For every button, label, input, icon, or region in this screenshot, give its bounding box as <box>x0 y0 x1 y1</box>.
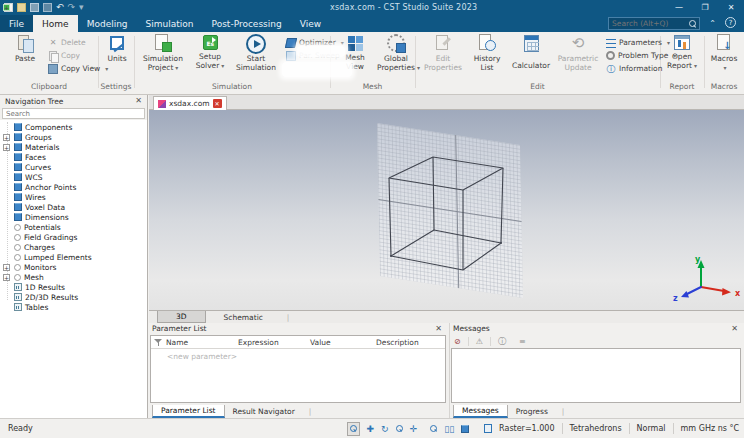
tree-item-wcs[interactable]: WCS <box>0 172 147 182</box>
pan-tool-icon[interactable]: ✚ <box>367 424 375 434</box>
column-name[interactable]: Name <box>166 338 238 347</box>
ribbon-search[interactable] <box>608 17 700 30</box>
close-tab-icon[interactable]: ✕ <box>213 99 222 108</box>
status-divider <box>629 423 630 434</box>
minimize-button[interactable]: — <box>666 0 692 15</box>
document-tab[interactable]: xsdax.com ✕ <box>153 96 227 110</box>
zoom-tool-icon[interactable] <box>430 424 437 434</box>
save-all-icon[interactable] <box>43 3 52 12</box>
tab-home[interactable]: Home <box>33 15 78 32</box>
dynamic-zoom-tool-icon[interactable] <box>396 424 403 434</box>
tree-item-field-gradings[interactable]: Field Gradings <box>0 232 147 242</box>
tree-item-1d-results[interactable]: 1D Results <box>0 282 147 292</box>
cube-icon <box>14 143 22 151</box>
tree-item-potentials[interactable]: Potentials <box>0 222 147 232</box>
new-parameter-row[interactable]: <new parameter> <box>151 349 445 361</box>
tree-item-monitors[interactable]: Monitors <box>0 262 147 272</box>
expand-icon[interactable] <box>3 144 10 151</box>
rotate-view-tool-icon[interactable]: ✛ <box>410 424 418 434</box>
tree-item-lumped-elements[interactable]: Lumped Elements <box>0 252 147 262</box>
raster-icon[interactable] <box>484 424 492 433</box>
search-input[interactable] <box>612 19 689 28</box>
group-divider <box>415 36 416 88</box>
tab-separator: | <box>281 311 290 323</box>
tab-modeling[interactable]: Modeling <box>78 15 137 32</box>
status-mode[interactable]: Normal <box>637 424 666 433</box>
expand-icon[interactable] <box>3 264 10 271</box>
close-icon[interactable]: ✕ <box>135 97 142 105</box>
open-file-icon[interactable] <box>17 3 26 12</box>
redo-icon[interactable]: ↷ <box>68 3 76 12</box>
tree-item-2d3d-results[interactable]: 2D/3D Results <box>0 292 147 302</box>
column-value[interactable]: Value <box>310 338 376 347</box>
tab-parameter-list[interactable]: Parameter List <box>152 405 225 418</box>
circle-icon <box>14 234 21 241</box>
tree-item-tables[interactable]: Tables <box>0 302 147 312</box>
status-bar: Ready ✚ ↻ ✛ ▯▯ Raster=1.000 Tetrahedrons… <box>0 418 744 438</box>
messages-content[interactable] <box>451 348 741 403</box>
maximize-button[interactable]: ❐ <box>692 0 718 15</box>
delete-button[interactable]: ✕ Delete <box>48 37 86 48</box>
tree-search-input[interactable] <box>6 110 141 118</box>
filter-warnings-icon[interactable]: ⚠ <box>476 337 483 346</box>
parameters-button[interactable]: Parameters ▾ <box>606 37 670 48</box>
rotate-tool-icon[interactable]: ↻ <box>381 424 389 434</box>
close-icon[interactable]: ✕ <box>435 325 442 333</box>
filter-info-icon[interactable]: ⓘ <box>498 336 506 347</box>
tree-item-mesh[interactable]: Mesh <box>0 272 147 282</box>
chevron-down-icon: ▾ <box>175 64 178 71</box>
close-icon[interactable]: ✕ <box>731 325 738 333</box>
tree-item-voxel-data[interactable]: Voxel Data <box>0 202 147 212</box>
tab-progress[interactable]: Progress <box>508 405 556 418</box>
tree-item-wires[interactable]: Wires <box>0 192 147 202</box>
column-expression[interactable]: Expression <box>238 338 310 347</box>
tab-messages[interactable]: Messages <box>453 405 508 418</box>
tree-item-dimensions[interactable]: Dimensions <box>0 212 147 222</box>
tree-item-curves[interactable]: Curves <box>0 162 147 172</box>
tab-view[interactable]: View <box>291 15 330 32</box>
export-icon[interactable] <box>3 4 10 11</box>
par-sweep-icon <box>286 51 296 61</box>
expand-icon[interactable] <box>3 134 10 141</box>
3d-viewport[interactable]: y x z <box>149 110 744 310</box>
tab-3d[interactable]: 3D <box>157 311 206 323</box>
axis-x-label: x <box>735 289 741 298</box>
undo-icon[interactable]: ↶ <box>56 3 64 12</box>
tree-item-anchor-points[interactable]: Anchor Points <box>0 182 147 192</box>
copy-button[interactable]: Copy <box>48 50 80 61</box>
split-view-icon[interactable]: ▯▯ <box>444 424 454 434</box>
customize-toolbar-icon[interactable]: ▾ <box>79 3 84 12</box>
tab-result-navigator[interactable]: Result Navigator <box>225 405 303 418</box>
chart-icon <box>14 283 22 291</box>
information-button[interactable]: ⓘ Information <box>606 63 662 74</box>
column-description[interactable]: Description <box>376 338 419 347</box>
copy-view-icon <box>48 64 58 74</box>
filter-errors-icon[interactable]: ⊘ <box>454 337 461 346</box>
status-units[interactable]: mm GHz ns °C <box>681 424 739 433</box>
tree-item-faces[interactable]: Faces <box>0 152 147 162</box>
tab-schematic[interactable]: Schematic <box>206 311 281 323</box>
expand-icon[interactable] <box>3 274 10 281</box>
tree-item-groups[interactable]: Groups <box>0 132 147 142</box>
message-options-icon[interactable]: ≡ <box>519 337 526 346</box>
collapse-ribbon-icon[interactable]: ⌃ <box>709 19 716 28</box>
zoom-select-tool-icon[interactable] <box>347 422 360 436</box>
tab-simulation[interactable]: Simulation <box>137 15 203 32</box>
status-raster[interactable]: Raster=1.000 <box>499 424 554 433</box>
filter-icon[interactable] <box>154 338 162 347</box>
save-icon[interactable] <box>30 3 39 12</box>
group-divider <box>704 36 705 88</box>
tree-item-materials[interactable]: Materials <box>0 142 147 152</box>
close-button[interactable]: ✕ <box>718 0 744 15</box>
tab-file[interactable]: File <box>0 15 33 32</box>
tree-item-charges[interactable]: Charges <box>0 242 147 252</box>
titlebar: ↶ ↷ ▾ xsdax.com - CST Studio Suite 2023 … <box>0 0 744 15</box>
tree-search-box[interactable] <box>2 108 145 119</box>
toolbar-divider <box>468 337 469 346</box>
help-icon[interactable]: ? <box>725 17 736 28</box>
3d-view-icon[interactable] <box>461 425 469 433</box>
tree-item-components[interactable]: Components <box>0 122 147 132</box>
status-mesh-type[interactable]: Tetrahedrons <box>570 424 622 433</box>
edit-group-label: Edit <box>415 82 660 91</box>
tab-post-processing[interactable]: Post-Processing <box>203 15 291 32</box>
